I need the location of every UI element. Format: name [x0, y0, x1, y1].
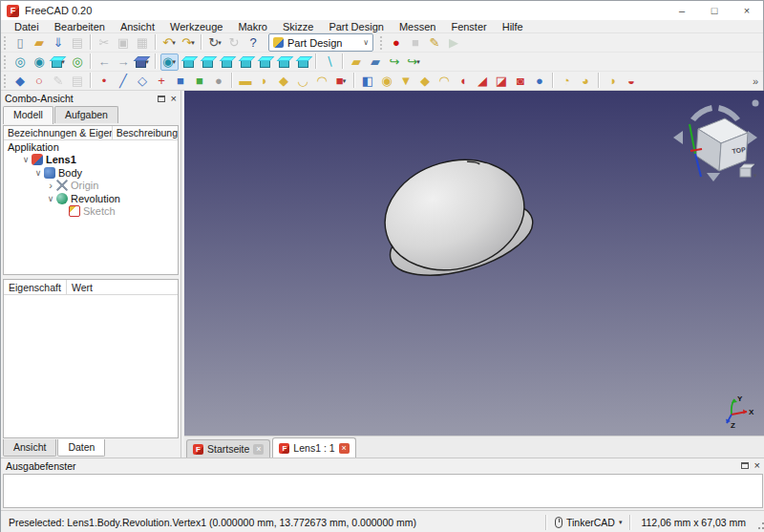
redo-button[interactable]: ↷▾	[180, 34, 198, 52]
tab-close-button[interactable]	[339, 443, 350, 454]
expand-arrow-icon[interactable]	[45, 180, 56, 191]
view-top-button[interactable]	[218, 53, 236, 71]
thickness-button[interactable]: ◙	[512, 73, 530, 90]
tab-aufgaben[interactable]: Aufgaben	[54, 106, 118, 123]
output-panel-close-button[interactable]	[754, 460, 760, 471]
additive-primitive-button[interactable]: ■▾	[332, 73, 350, 90]
measure-distance-button[interactable]: ∖	[321, 53, 339, 71]
menu-bearbeiten[interactable]: Bearbeiten	[47, 21, 113, 32]
menu-werkzeuge[interactable]: Werkzeuge	[162, 21, 230, 32]
pad-button[interactable]: ▬	[237, 73, 255, 90]
measure-angular-button[interactable]: ◕	[577, 73, 595, 90]
link-actions-dropdown-arrow[interactable]: ▾	[218, 39, 222, 47]
menu-skizze[interactable]: Skizze	[275, 21, 321, 32]
create-sketch-button[interactable]: ○	[31, 73, 49, 90]
toolbar-grip[interactable]	[4, 74, 8, 88]
undo-dropdown-arrow[interactable]: ▾	[172, 39, 176, 47]
property-header-name[interactable]: Eigenschaft	[4, 280, 67, 294]
rotate-south-arrow[interactable]	[707, 173, 720, 181]
view-isometric-button[interactable]: ▾	[134, 53, 152, 71]
view-bottom-button[interactable]	[275, 53, 293, 71]
combo-view-float-button[interactable]	[158, 96, 165, 102]
draft-button[interactable]: ◪	[493, 73, 511, 90]
shape-binder-button[interactable]: ■	[172, 73, 190, 90]
tab-ansicht[interactable]: Ansicht	[3, 439, 56, 457]
macro-record-button[interactable]: ●	[388, 34, 406, 52]
tree-item-revolution[interactable]: Revolution	[4, 192, 178, 205]
measure-refresh-button[interactable]: ◑	[604, 73, 622, 90]
output-panel-float-button[interactable]	[741, 462, 749, 469]
zoom-box-button[interactable]: ◉▾	[160, 53, 179, 71]
rotate-west-arrow[interactable]	[673, 131, 683, 144]
link-tools-button[interactable]: ↪▾	[405, 53, 423, 71]
open-file-button[interactable]: ▰	[31, 34, 49, 52]
zoom-button[interactable]: ◉	[31, 53, 49, 71]
close-button[interactable]: ×	[731, 1, 763, 20]
fit-selection-button[interactable]: ◎	[69, 53, 87, 71]
menu-datei[interactable]: Datei	[7, 21, 47, 32]
view-front-button[interactable]	[199, 53, 217, 71]
link-actions-button[interactable]: ↻▾	[206, 34, 224, 52]
tree-item-sketch[interactable]: Sketch	[4, 205, 178, 219]
datum-plane-button[interactable]: ◇	[134, 73, 152, 90]
menu-messen[interactable]: Messen	[392, 21, 444, 32]
viewport-3d[interactable]: TOP ▾	[184, 91, 764, 436]
rotate-right-arrow[interactable]	[718, 105, 740, 121]
whats-this-button[interactable]: ?	[244, 34, 263, 52]
subtractive-helix-button[interactable]: ◠	[435, 73, 454, 90]
undo-button[interactable]: ↶▾	[160, 34, 179, 52]
tab-modell[interactable]: Modell	[3, 106, 53, 124]
create-body-button[interactable]: ◆	[11, 73, 30, 90]
output-panel-content[interactable]	[3, 474, 763, 508]
additive-pipe-button[interactable]: ◡	[294, 73, 312, 90]
clone-button[interactable]: ●	[210, 73, 228, 90]
redo-dropdown-arrow[interactable]: ▾	[191, 39, 195, 47]
document-tab-lens1-1[interactable]: Lens1 : 1	[272, 437, 355, 458]
revolution-button[interactable]: ◗	[256, 73, 274, 90]
measure-linear-button[interactable]: ◔	[558, 73, 576, 90]
view-left-button[interactable]	[294, 53, 312, 71]
rotate-left-arrow[interactable]	[690, 105, 712, 121]
link-tools-dropdown-arrow[interactable]: ▾	[416, 58, 420, 66]
menu-ansicht[interactable]: Ansicht	[113, 21, 162, 32]
toolbar-grip[interactable]	[4, 36, 8, 50]
toolbar-grip[interactable]	[380, 36, 384, 50]
create-part-button[interactable]: ▰	[348, 53, 366, 71]
workbench-selector[interactable]: Part Design ∨	[268, 33, 373, 52]
view-axonometric-button[interactable]	[180, 53, 198, 71]
tree-item-body[interactable]: Body	[4, 166, 178, 180]
window-resize-grip[interactable]	[755, 511, 764, 532]
document-tab-startseite[interactable]: Startseite	[186, 439, 270, 458]
measure-clear-all-button[interactable]: ◒	[623, 73, 641, 90]
nav-dot[interactable]	[753, 100, 759, 107]
draw-style-button[interactable]: ▾	[50, 53, 68, 71]
create-group-button[interactable]: ▰	[367, 53, 385, 71]
fillet-button[interactable]: ◖	[455, 73, 473, 90]
fit-all-button[interactable]: ◎	[11, 53, 30, 71]
local-coordinate-system-button[interactable]: +	[153, 73, 171, 90]
view-rear-button[interactable]	[256, 53, 274, 71]
datum-line-button[interactable]: ╱	[115, 73, 133, 90]
new-file-button[interactable]: ▯	[11, 34, 30, 52]
minimize-button[interactable]: –	[666, 1, 698, 20]
menu-makro[interactable]: Makro	[230, 21, 275, 32]
pocket-button[interactable]: ◧	[359, 73, 377, 90]
nav-cube-menu-button[interactable]: ▾	[740, 164, 757, 179]
menu-fenster[interactable]: Fenster	[443, 21, 494, 32]
nav-back-button[interactable]: ←	[96, 53, 114, 71]
menu-part-design[interactable]: Part Design	[321, 21, 391, 32]
hole-button[interactable]: ◉	[378, 73, 396, 90]
collapse-arrow-icon[interactable]	[32, 168, 44, 178]
navigation-style-selector[interactable]: TinkerCAD ▾	[547, 511, 629, 532]
zoom-box-dropdown-arrow[interactable]: ▾	[172, 58, 176, 66]
collapse-arrow-icon[interactable]	[45, 194, 56, 203]
make-link-button[interactable]: ↪	[386, 53, 404, 71]
subtractive-loft-button[interactable]: ◆	[416, 73, 435, 90]
tree-item-lens1[interactable]: Lens1	[4, 154, 178, 167]
combo-view-close-button[interactable]	[171, 94, 177, 104]
view-right-button[interactable]	[237, 53, 255, 71]
toolbar-grip[interactable]	[4, 55, 8, 69]
maximize-button[interactable]: □	[698, 1, 731, 20]
macro-edit-button[interactable]: ✎	[426, 34, 444, 52]
tree-item-applikation[interactable]: Applikation	[4, 140, 178, 154]
